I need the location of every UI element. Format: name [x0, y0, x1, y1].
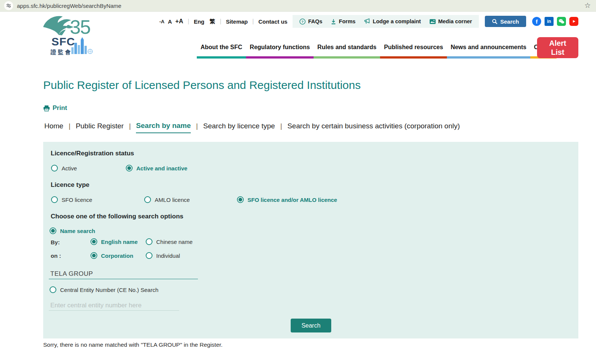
faqs-link[interactable]: ? FAQs: [299, 18, 322, 25]
faqs-label: FAQs: [308, 18, 322, 24]
radio-unselected-icon[interactable]: [146, 252, 152, 259]
radio-unselected-icon[interactable]: [50, 286, 56, 293]
licence-status-heading: Licence/Registration status: [51, 150, 134, 157]
tab-public-register[interactable]: Public Register: [76, 122, 124, 133]
form-search-button[interactable]: Search: [291, 319, 331, 332]
utility-bar: -A A +A | Eng 繁 | Sitemap | Contact us ?…: [159, 15, 578, 28]
ce-number-input[interactable]: [49, 300, 179, 311]
lang-traditional-chinese[interactable]: 繁: [210, 18, 215, 25]
radio-label[interactable]: Central Entity Number (CE No.) Search: [60, 287, 158, 293]
radio-label[interactable]: Active and inactive: [136, 165, 187, 171]
tab-home[interactable]: Home: [44, 122, 63, 133]
nav-rules-and-standards[interactable]: Rules and standards: [314, 38, 380, 59]
nav-regulatory-functions[interactable]: Regulatory functions: [246, 38, 314, 59]
divider: |: [196, 122, 198, 133]
radio-unselected-icon[interactable]: [51, 196, 58, 203]
divider: |: [188, 18, 189, 25]
radio-label[interactable]: Chinese name: [156, 239, 193, 245]
nav-label: About the SFC: [201, 44, 242, 51]
radio-selected-icon[interactable]: [50, 227, 56, 234]
logo-chinese-text: 證監會: [51, 49, 72, 56]
divider: |: [69, 122, 71, 133]
status-option-active-and-inactive[interactable]: Active and inactive: [126, 165, 187, 171]
tab-search-by-name[interactable]: Search by name: [136, 122, 191, 133]
print-label: Print: [53, 104, 67, 112]
name-search-option[interactable]: Name search: [50, 227, 95, 234]
anniversary-35: 35: [70, 16, 90, 38]
site-settings-icon[interactable]: [4, 1, 13, 10]
main-navigation: About the SFC Regulatory functions Rules…: [197, 38, 531, 59]
radio-selected-icon[interactable]: [237, 196, 244, 203]
radio-unselected-icon[interactable]: [51, 165, 58, 171]
by-option-chinese-name[interactable]: Chinese name: [146, 238, 193, 245]
nav-news-and-announcements[interactable]: News and announcements: [447, 38, 530, 59]
lang-english[interactable]: Eng: [194, 18, 204, 25]
url-text[interactable]: apps.sfc.hk/publicregWeb/searchByName: [17, 3, 121, 9]
alert-list-button[interactable]: Alert List: [537, 37, 578, 58]
printer-icon: [43, 105, 50, 111]
divider: |: [252, 18, 254, 25]
on-option-corporation[interactable]: Corporation: [91, 252, 133, 259]
font-size-increase[interactable]: +A: [175, 18, 183, 25]
radio-label[interactable]: Corporation: [101, 253, 133, 259]
tab-search-by-business-activities[interactable]: Search by certain business activities (c…: [287, 122, 460, 133]
radio-label[interactable]: Active: [62, 165, 77, 171]
radio-unselected-icon[interactable]: [146, 238, 152, 245]
no-match-message: Sorry, there is no name matched with "TE…: [43, 341, 223, 348]
nav-about-the-sfc[interactable]: About the SFC: [197, 38, 246, 59]
radio-label[interactable]: Individual: [156, 253, 180, 259]
browser-address-bar[interactable]: apps.sfc.hk/publicregWeb/searchByName ☆: [0, 0, 596, 12]
register-tabs: Home | Public Register | Search by name …: [44, 122, 460, 133]
divider: |: [280, 122, 282, 133]
tab-search-by-licence-type[interactable]: Search by licence type: [203, 122, 275, 133]
linkedin-icon[interactable]: in: [545, 17, 554, 26]
search-form-panel: Licence/Registration status Active Activ…: [43, 142, 578, 338]
name-search-input[interactable]: [49, 269, 198, 279]
status-option-active[interactable]: Active: [51, 165, 77, 171]
header-search-label: Search: [500, 18, 519, 25]
licence-type-heading: Licence type: [51, 181, 89, 189]
divider: |: [129, 122, 131, 133]
print-link[interactable]: Print: [43, 104, 67, 112]
ce-number-search-option[interactable]: Central Entity Number (CE No.) Search: [50, 286, 158, 293]
font-size-decrease[interactable]: -A: [159, 19, 164, 24]
font-size-normal[interactable]: A: [168, 18, 172, 25]
radio-selected-icon[interactable]: [126, 165, 133, 171]
type-option-amlo[interactable]: AMLO licence: [144, 196, 190, 203]
nav-label: Rules and standards: [317, 44, 376, 51]
image-icon: [429, 19, 436, 24]
by-label: By:: [51, 239, 60, 245]
radio-label[interactable]: SFO licence and/or AMLO licence: [247, 197, 337, 203]
forms-link[interactable]: Forms: [330, 18, 355, 25]
social-icons: f in: [532, 17, 578, 26]
sfc-logo[interactable]: 35 SFC 證監會: [42, 14, 98, 55]
radio-unselected-icon[interactable]: [144, 196, 151, 203]
lodge-complaint-label: Lodge a complaint: [373, 18, 421, 24]
nav-published-resources[interactable]: Published resources: [380, 38, 447, 59]
nav-label: Published resources: [384, 44, 443, 51]
media-corner-link[interactable]: Media corner: [429, 18, 472, 24]
lodge-complaint-link[interactable]: Lodge a complaint: [364, 18, 421, 24]
quick-links-strip: ? FAQs Forms Lodge a complaint: [293, 15, 479, 28]
facebook-icon[interactable]: f: [532, 17, 541, 26]
forms-label: Forms: [339, 18, 355, 24]
contact-us-link[interactable]: Contact us: [258, 18, 288, 25]
header-search-button[interactable]: Search: [485, 16, 526, 27]
radio-selected-icon[interactable]: [91, 238, 97, 245]
by-option-english-name[interactable]: English name: [91, 238, 138, 245]
youtube-icon[interactable]: [569, 17, 578, 26]
on-option-individual[interactable]: Individual: [146, 252, 180, 259]
on-label: on :: [51, 253, 61, 259]
megaphone-icon: [364, 18, 371, 24]
radio-label[interactable]: English name: [101, 239, 138, 245]
bookmark-star-icon[interactable]: ☆: [584, 1, 591, 10]
radio-label[interactable]: SFO licence: [62, 197, 92, 203]
page-title: Public Register of Licensed Persons and …: [43, 79, 361, 92]
type-option-sfo-amlo[interactable]: SFO licence and/or AMLO licence: [237, 196, 337, 203]
radio-selected-icon[interactable]: [91, 252, 97, 259]
type-option-sfo[interactable]: SFO licence: [51, 196, 92, 203]
radio-label[interactable]: AMLO licence: [155, 197, 190, 203]
radio-label[interactable]: Name search: [60, 228, 95, 234]
sitemap-link[interactable]: Sitemap: [226, 18, 247, 25]
wechat-icon[interactable]: [557, 17, 566, 26]
